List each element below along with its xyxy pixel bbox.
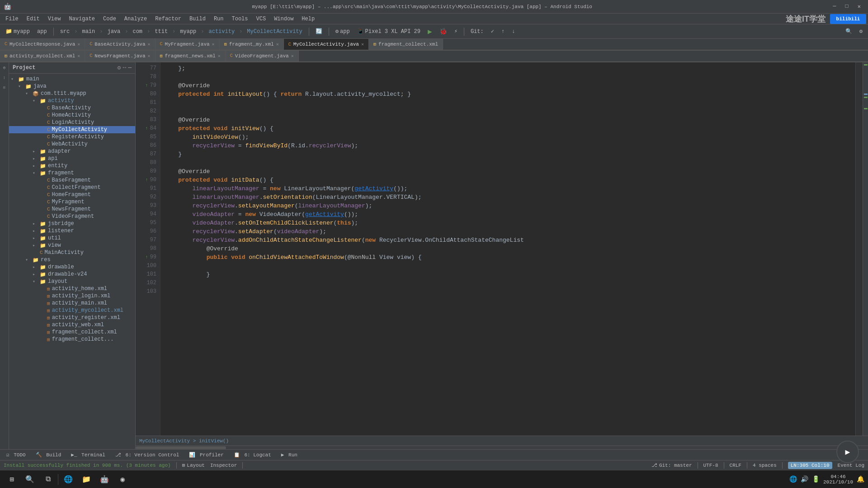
minimize-button[interactable]: ─	[829, 3, 840, 10]
debug-button[interactable]: 🐞	[437, 27, 450, 36]
start-btn[interactable]: ⊞	[4, 472, 20, 487]
git-actions[interactable]: ✓	[488, 27, 497, 36]
tree-node-mainactivity[interactable]: CMainActivity	[9, 249, 135, 256]
git-push[interactable]: ↑	[499, 28, 507, 36]
tray-sound[interactable]: 🔊	[801, 475, 808, 483]
menu-view[interactable]: View	[44, 15, 65, 23]
left-strip-btn3[interactable]: ≡	[1, 84, 8, 91]
tree-node-activity-main-xml[interactable]: ⊞activity_main.xml	[9, 300, 135, 307]
status-git-branch[interactable]: ⎇ Git: master	[651, 462, 692, 468]
menu-window[interactable]: Window	[270, 15, 297, 23]
status-spaces[interactable]: 4 spaces	[753, 463, 777, 468]
tab-fragment-collect-xml[interactable]: ⊞ fragment_collect.xml	[369, 39, 443, 50]
tree-node-loginactivity[interactable]: CLoginActivity	[9, 119, 135, 126]
tree-node-res[interactable]: ▾📁res	[9, 256, 135, 263]
tree-node-homeactivity[interactable]: CHomeActivity	[9, 112, 135, 119]
chrome-btn[interactable]: ◉	[114, 472, 131, 487]
status-encoding[interactable]: UTF-8	[703, 463, 718, 468]
tab-close-btn[interactable]: ✕	[212, 42, 215, 47]
bilibili-logo[interactable]: bilibili	[830, 14, 866, 24]
status-layout[interactable]: ⊞ Layout	[182, 462, 205, 468]
menu-tools[interactable]: Tools	[228, 15, 252, 23]
tab-mycollectresponse[interactable]: C MyCollectResponse.java ✕	[0, 39, 85, 50]
tree-node-homefragment[interactable]: CHomeFragment	[9, 191, 135, 198]
com-package[interactable]: com	[130, 28, 145, 36]
tab-fragment-news-xml[interactable]: ⊞ fragment_news.xml ✕	[156, 51, 226, 61]
tree-node-myfragment[interactable]: CMyFragment	[9, 198, 135, 206]
tray-network[interactable]: 🌐	[789, 475, 797, 483]
tab-logcat[interactable]: 📋 6: Logcat	[229, 451, 276, 459]
status-position[interactable]: LN:305 Col:10	[788, 462, 832, 469]
tab-videofragment[interactable]: C VideoFragment.java ✕	[226, 51, 299, 61]
run-button[interactable]: ▶	[425, 26, 435, 37]
tree-node-activity-login-xml[interactable]: ⊞activity_login.xml	[9, 292, 135, 300]
tree-node-basefragment[interactable]: CBaseFragment	[9, 177, 135, 184]
clock[interactable]: 04:46 2021/10/10	[823, 474, 853, 485]
left-strip-btn1[interactable]: ⊕	[1, 64, 8, 71]
tree-node-activity-register-xml[interactable]: ⊞activity_register.xml	[9, 314, 135, 321]
menu-edit[interactable]: Edit	[23, 15, 43, 23]
tab-activity-mycollect-xml[interactable]: ⊞ activity_mycollect.xml ✕	[0, 51, 85, 61]
tab-close-btn[interactable]: ✕	[77, 42, 80, 47]
java-folder[interactable]: java	[104, 28, 123, 36]
tree-node-registeractivity[interactable]: CRegisterActivity	[9, 133, 135, 141]
tree-node-baseactivity[interactable]: CBaseActivity	[9, 104, 135, 112]
tree-node-webactivity[interactable]: CWebActivity	[9, 141, 135, 148]
menu-build[interactable]: Build	[186, 15, 209, 23]
tree-node-adapter[interactable]: ▸📁adapter	[9, 148, 135, 155]
tree-node-fragment-collect-xml[interactable]: ⊞fragment_collect.xml	[9, 328, 135, 336]
left-strip-btn2[interactable]: ↕	[1, 74, 8, 81]
tree-node-layout[interactable]: ▾📁layout	[9, 278, 135, 285]
floating-bilibili-btn[interactable]: ▶	[836, 441, 859, 463]
notification-btn[interactable]: 🔔	[857, 475, 864, 483]
studio-btn[interactable]: 🤖	[96, 472, 113, 487]
menu-vcs[interactable]: VCS	[253, 15, 270, 23]
tab-close-btn[interactable]: ✕	[361, 42, 364, 47]
search-btn[interactable]: 🔍	[22, 472, 38, 487]
device-selector[interactable]: 📱 Pixel 3 XL API 29	[354, 27, 423, 36]
tree-node-activity-home-xml[interactable]: ⊞activity_home.xml	[9, 285, 135, 292]
tree-node-videofragment[interactable]: CVideoFragment	[9, 213, 135, 220]
tree-node-util[interactable]: ▸📁util	[9, 235, 135, 242]
tree-node-activity-web-xml[interactable]: ⊞activity_web.xml	[9, 321, 135, 328]
git-pull[interactable]: ↓	[509, 28, 518, 36]
menu-analyze[interactable]: Analyze	[121, 15, 151, 23]
edge-btn[interactable]: 🌐	[60, 472, 76, 487]
tab-baseactivity[interactable]: C BaseActivity.java ✕	[85, 39, 155, 50]
project-selector[interactable]: 📁 myapp	[3, 27, 33, 36]
activity-folder[interactable]: activity	[206, 28, 238, 36]
mycollectactivity-class[interactable]: MyCollectActivity	[244, 28, 305, 36]
menu-run[interactable]: Run	[210, 15, 227, 23]
sidebar-sync-btn[interactable]: ↔	[123, 64, 126, 71]
tab-close-btn[interactable]: ✕	[276, 42, 279, 47]
tree-node-com-ttit-myapp[interactable]: ▾📦com.ttit.myapp	[9, 90, 135, 97]
tree-node-drawable[interactable]: ▸📁drawable	[9, 263, 135, 271]
tab-close-btn[interactable]: ✕	[291, 53, 294, 59]
menu-refactor[interactable]: Refactor	[151, 15, 185, 23]
tab-mycollectactivity[interactable]: C MyCollectActivity.java ✕	[284, 39, 369, 50]
tab-terminal[interactable]: ▶_ Terminal	[66, 451, 110, 459]
tree-node-mycollectactivity[interactable]: CMyCollectActivity	[9, 126, 135, 133]
tree-node-fragment[interactable]: ▾📁fragment	[9, 169, 135, 177]
tree-node-activity-mycollect-xml[interactable]: ⊞activity_mycollect.xml	[9, 307, 135, 314]
maximize-button[interactable]: □	[842, 3, 852, 10]
sync-btn[interactable]: 🔄	[313, 27, 325, 36]
main-folder[interactable]: main	[79, 28, 98, 36]
sidebar-settings-btn[interactable]: ⚙	[118, 64, 121, 71]
menu-file[interactable]: File	[2, 15, 22, 23]
tab-newsfragment[interactable]: C NewsFragment.java ✕	[85, 51, 155, 61]
tree-node-entity[interactable]: ▸📁entity	[9, 162, 135, 169]
status-line-ending[interactable]: CRLF	[730, 463, 741, 468]
tab-profiler[interactable]: 📊 Profiler	[184, 451, 228, 459]
tree-node-drawable-v24[interactable]: ▸📁drawable-v24	[9, 271, 135, 278]
status-event-log[interactable]: Event Log	[838, 463, 864, 468]
tree-node-jsbridge[interactable]: ▸📁jsbridge	[9, 220, 135, 227]
tab-todo[interactable]: ☑ TODO	[2, 451, 30, 459]
app-config[interactable]: ⚙ app	[333, 27, 353, 36]
src-folder[interactable]: src	[57, 28, 73, 36]
tree-node-main[interactable]: ▾📁main	[9, 75, 135, 83]
tab-version-control[interactable]: ⎇ 6: Version Control	[111, 451, 184, 459]
ttit-package[interactable]: ttit	[152, 28, 170, 36]
tab-run[interactable]: ▶ Run	[277, 451, 302, 459]
tab-build[interactable]: 🔨 Build	[31, 451, 66, 459]
